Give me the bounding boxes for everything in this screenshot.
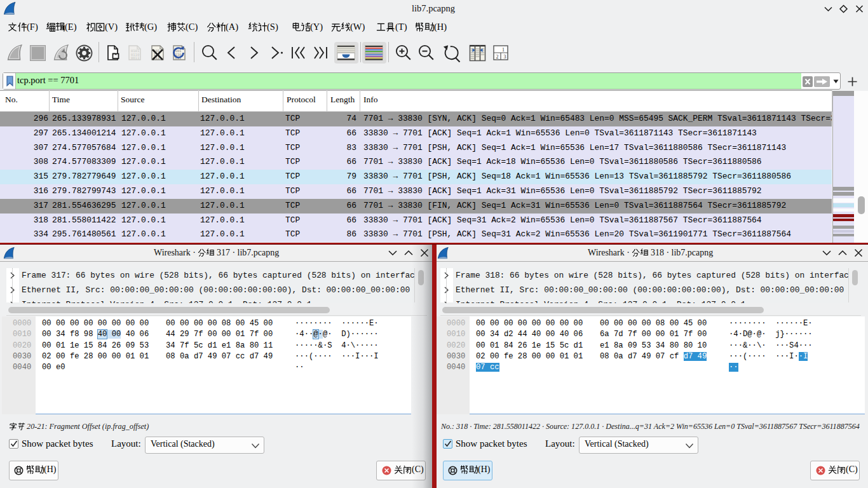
svg-text:3: 3 [504, 54, 506, 60]
svg-text:0011: 0011 [131, 56, 139, 60]
svg-text:1: 1 [502, 47, 505, 53]
svg-text:2: 2 [496, 54, 499, 60]
